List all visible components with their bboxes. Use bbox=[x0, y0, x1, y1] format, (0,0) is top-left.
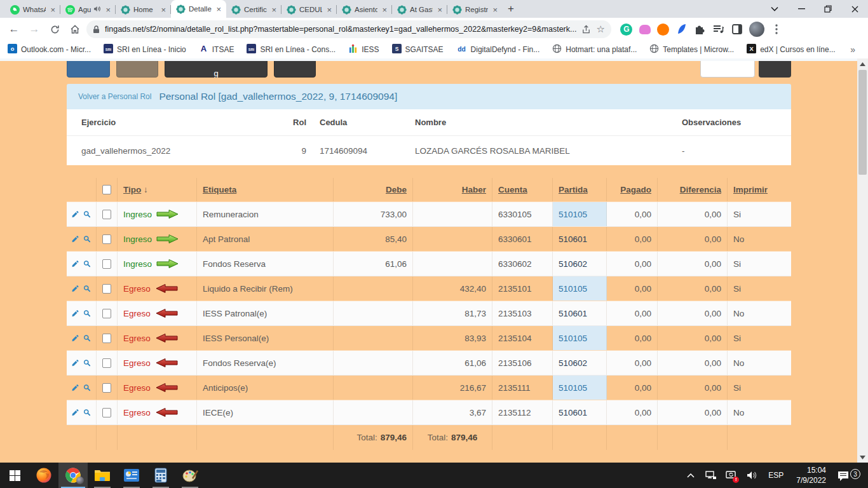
chrome-taskbar-icon[interactable] bbox=[58, 463, 88, 488]
share-icon[interactable] bbox=[581, 25, 591, 34]
edit-pencil-icon[interactable] bbox=[72, 358, 79, 368]
tab-close-icon[interactable]: × bbox=[270, 5, 278, 15]
restore-button[interactable] bbox=[815, 0, 841, 18]
page-scrollbar[interactable] bbox=[857, 58, 868, 463]
browser-tab-certificaci[interactable]: Certificaci× bbox=[226, 1, 281, 18]
scrollbar-up-arrow[interactable] bbox=[857, 58, 868, 69]
pink-extension-icon[interactable] bbox=[639, 23, 651, 36]
tab-close-icon[interactable]: × bbox=[104, 5, 112, 15]
browser-tab-asientos-c[interactable]: Asientos C× bbox=[337, 1, 392, 18]
row-checkbox[interactable] bbox=[102, 358, 111, 368]
back-to-personal-rol-link[interactable]: Volver a Personal Rol bbox=[78, 92, 151, 101]
bookmark-outlook-0[interactable]: oOutlook.com - Micr... bbox=[8, 44, 91, 55]
start-button[interactable] bbox=[0, 463, 29, 488]
tray-chevron-up-icon[interactable] bbox=[682, 463, 700, 488]
tab-close-icon[interactable]: × bbox=[159, 5, 167, 15]
cutoff-button-dark-small[interactable] bbox=[759, 61, 791, 78]
row-checkbox[interactable] bbox=[102, 284, 111, 294]
tab-close-icon[interactable]: × bbox=[436, 5, 444, 15]
sidebar-extension-icon[interactable] bbox=[731, 23, 743, 36]
home-icon[interactable] bbox=[66, 20, 84, 38]
grammarly-extension-icon[interactable]: G bbox=[620, 23, 633, 36]
row-checkbox[interactable] bbox=[102, 408, 111, 417]
cutoff-button-blue[interactable] bbox=[67, 61, 110, 78]
bookmark-globe-8[interactable]: Templates | Microw... bbox=[649, 44, 734, 55]
view-magnifier-icon[interactable] bbox=[83, 283, 91, 294]
cutoff-button-dark[interactable] bbox=[274, 61, 316, 78]
row-checkbox[interactable] bbox=[102, 234, 111, 244]
browser-tab-detalle-rol[interactable]: Detalle Rol× bbox=[171, 0, 226, 18]
close-window-button[interactable] bbox=[841, 0, 868, 18]
scrollbar-down-arrow[interactable] bbox=[857, 452, 868, 463]
calculator-taskbar-icon[interactable] bbox=[146, 463, 175, 488]
reload-icon[interactable] bbox=[46, 20, 64, 38]
address-bar[interactable]: fingads.net/sf2/nomina/detalle_rol_list.… bbox=[86, 20, 611, 38]
tab-close-icon[interactable]: × bbox=[381, 5, 388, 15]
bookmark-globe-7[interactable]: Hotmart: una plataf... bbox=[552, 44, 637, 55]
edit-pencil-icon[interactable] bbox=[72, 407, 79, 417]
view-magnifier-icon[interactable] bbox=[83, 383, 91, 393]
edit-pencil-icon[interactable] bbox=[72, 283, 79, 294]
dark-extension-icon[interactable] bbox=[694, 23, 707, 36]
paint-taskbar-icon[interactable] bbox=[175, 463, 205, 488]
bookmark-sgaitsae-5[interactable]: SSGAITSAE bbox=[392, 44, 444, 55]
file-explorer-taskbar-icon[interactable] bbox=[88, 463, 117, 488]
tab-close-icon[interactable]: × bbox=[215, 4, 222, 14]
row-checkbox[interactable] bbox=[102, 210, 111, 219]
view-magnifier-icon[interactable] bbox=[83, 358, 91, 368]
view-magnifier-icon[interactable] bbox=[83, 308, 91, 318]
bookmark-dd-6[interactable]: ddDigitalDefynd - Fin... bbox=[456, 44, 540, 55]
playlist-extension-icon[interactable] bbox=[712, 23, 725, 36]
row-checkbox[interactable] bbox=[102, 334, 111, 343]
presentation-app-taskbar-icon[interactable] bbox=[117, 463, 146, 488]
row-checkbox[interactable] bbox=[102, 259, 111, 269]
bookmark-sri-3[interactable]: SRISRI en Línea - Cons... bbox=[247, 44, 336, 55]
tab-close-icon[interactable]: × bbox=[491, 5, 499, 15]
edit-pencil-icon[interactable] bbox=[72, 383, 79, 393]
minimize-button[interactable] bbox=[788, 0, 815, 18]
bookmark-iess-4[interactable]: IESS bbox=[348, 44, 379, 55]
bookmark-itsae-2[interactable]: AITSAE bbox=[199, 44, 234, 55]
action-center-icon[interactable]: 3 bbox=[834, 469, 864, 482]
row-checkbox[interactable] bbox=[102, 309, 111, 318]
select-all-checkbox[interactable] bbox=[102, 185, 111, 194]
edit-pencil-icon[interactable] bbox=[72, 234, 79, 244]
bookmark-sri-1[interactable]: SRISRI en Línea - Inicio bbox=[104, 44, 186, 55]
scrollbar-thumb[interactable] bbox=[858, 70, 867, 175]
edit-pencil-icon[interactable] bbox=[72, 333, 79, 343]
browser-tab-whatsapp[interactable]: WhatsApp× bbox=[5, 1, 60, 18]
view-magnifier-icon[interactable] bbox=[83, 407, 91, 417]
new-tab-button[interactable]: + bbox=[503, 1, 519, 17]
edit-pencil-icon[interactable] bbox=[72, 209, 79, 219]
view-magnifier-icon[interactable] bbox=[83, 209, 91, 219]
browser-tab-registro-p[interactable]: Registro P× bbox=[447, 1, 503, 18]
bookmark-edx-9[interactable]: XedX | Cursos en líne... bbox=[747, 44, 836, 55]
display-sync-alert-icon[interactable]: ! bbox=[722, 463, 740, 488]
clock[interactable]: 15:04 7/9/2022 bbox=[791, 465, 831, 485]
browser-tab-home[interactable]: Home× bbox=[116, 1, 171, 18]
view-magnifier-icon[interactable] bbox=[83, 333, 91, 343]
row-checkbox[interactable] bbox=[102, 383, 111, 393]
bookmark-star-icon[interactable]: ☆ bbox=[596, 24, 604, 35]
tab-close-icon[interactable]: × bbox=[49, 5, 57, 15]
forward-icon[interactable]: → bbox=[25, 20, 43, 38]
orange-extension-icon[interactable] bbox=[657, 23, 670, 36]
volume-icon[interactable] bbox=[743, 463, 761, 488]
chrome-menu-icon[interactable] bbox=[770, 23, 783, 36]
page-size-select[interactable] bbox=[700, 61, 755, 78]
cutoff-button-gray[interactable] bbox=[116, 61, 158, 78]
network-icon[interactable] bbox=[702, 463, 720, 488]
edit-pencil-icon[interactable] bbox=[72, 308, 79, 318]
tab-search-chevron-icon[interactable] bbox=[761, 0, 788, 18]
browser-tab-aguar[interactable]: Aguar× bbox=[60, 1, 116, 18]
back-icon[interactable]: ← bbox=[5, 20, 23, 38]
edit-pencil-icon[interactable] bbox=[72, 259, 79, 269]
browser-tab-at-gastos-s[interactable]: At Gastos S× bbox=[392, 1, 447, 18]
cutoff-button-dark-wide[interactable]: g bbox=[165, 61, 268, 78]
browser-tab-cedula-p[interactable]: CEDULA P× bbox=[281, 1, 337, 18]
view-magnifier-icon[interactable] bbox=[83, 259, 91, 269]
view-magnifier-icon[interactable] bbox=[83, 234, 91, 244]
bookmarks-overflow-chevron[interactable]: » bbox=[850, 44, 860, 55]
blue-feather-extension-icon[interactable] bbox=[675, 23, 688, 36]
tab-close-icon[interactable]: × bbox=[325, 5, 333, 15]
